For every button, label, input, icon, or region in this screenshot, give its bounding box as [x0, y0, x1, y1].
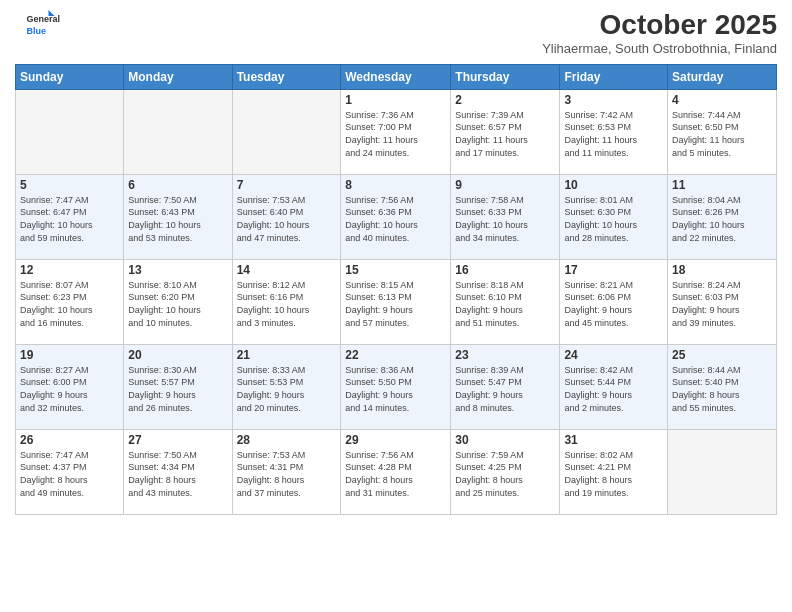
day-info: Sunrise: 7:59 AM Sunset: 4:25 PM Dayligh…	[455, 449, 555, 499]
location-subtitle: Ylihaermae, South Ostrobothnia, Finland	[542, 41, 777, 56]
calendar-day-header: Friday	[560, 64, 668, 89]
day-number: 25	[672, 348, 772, 362]
day-info: Sunrise: 8:07 AM Sunset: 6:23 PM Dayligh…	[20, 279, 119, 329]
calendar-day-cell: 1Sunrise: 7:36 AM Sunset: 7:00 PM Daylig…	[341, 89, 451, 174]
day-number: 17	[564, 263, 663, 277]
calendar-day-header: Tuesday	[232, 64, 341, 89]
day-info: Sunrise: 8:30 AM Sunset: 5:57 PM Dayligh…	[128, 364, 227, 414]
day-number: 13	[128, 263, 227, 277]
day-info: Sunrise: 8:04 AM Sunset: 6:26 PM Dayligh…	[672, 194, 772, 244]
day-info: Sunrise: 7:53 AM Sunset: 6:40 PM Dayligh…	[237, 194, 337, 244]
day-number: 15	[345, 263, 446, 277]
day-info: Sunrise: 8:01 AM Sunset: 6:30 PM Dayligh…	[564, 194, 663, 244]
calendar-day-header: Wednesday	[341, 64, 451, 89]
calendar-week-row: 5Sunrise: 7:47 AM Sunset: 6:47 PM Daylig…	[16, 174, 777, 259]
day-number: 29	[345, 433, 446, 447]
calendar-day-cell	[16, 89, 124, 174]
day-info: Sunrise: 8:18 AM Sunset: 6:10 PM Dayligh…	[455, 279, 555, 329]
calendar-day-cell: 17Sunrise: 8:21 AM Sunset: 6:06 PM Dayli…	[560, 259, 668, 344]
day-number: 5	[20, 178, 119, 192]
day-info: Sunrise: 8:42 AM Sunset: 5:44 PM Dayligh…	[564, 364, 663, 414]
calendar-day-cell: 14Sunrise: 8:12 AM Sunset: 6:16 PM Dayli…	[232, 259, 341, 344]
day-number: 16	[455, 263, 555, 277]
calendar-day-cell: 20Sunrise: 8:30 AM Sunset: 5:57 PM Dayli…	[124, 344, 232, 429]
calendar-week-row: 26Sunrise: 7:47 AM Sunset: 4:37 PM Dayli…	[16, 429, 777, 514]
day-info: Sunrise: 8:27 AM Sunset: 6:00 PM Dayligh…	[20, 364, 119, 414]
day-number: 21	[237, 348, 337, 362]
day-number: 12	[20, 263, 119, 277]
day-number: 11	[672, 178, 772, 192]
day-info: Sunrise: 8:15 AM Sunset: 6:13 PM Dayligh…	[345, 279, 446, 329]
day-info: Sunrise: 8:12 AM Sunset: 6:16 PM Dayligh…	[237, 279, 337, 329]
day-number: 9	[455, 178, 555, 192]
calendar-day-cell: 13Sunrise: 8:10 AM Sunset: 6:20 PM Dayli…	[124, 259, 232, 344]
calendar-day-cell: 8Sunrise: 7:56 AM Sunset: 6:36 PM Daylig…	[341, 174, 451, 259]
day-number: 1	[345, 93, 446, 107]
calendar-day-cell: 30Sunrise: 7:59 AM Sunset: 4:25 PM Dayli…	[451, 429, 560, 514]
day-number: 28	[237, 433, 337, 447]
title-section: October 2025 Ylihaermae, South Ostroboth…	[542, 10, 777, 56]
day-info: Sunrise: 7:39 AM Sunset: 6:57 PM Dayligh…	[455, 109, 555, 159]
svg-marker-2	[49, 10, 55, 16]
calendar-day-cell: 10Sunrise: 8:01 AM Sunset: 6:30 PM Dayli…	[560, 174, 668, 259]
calendar-day-cell: 11Sunrise: 8:04 AM Sunset: 6:26 PM Dayli…	[668, 174, 777, 259]
day-number: 6	[128, 178, 227, 192]
day-number: 19	[20, 348, 119, 362]
calendar-day-cell: 19Sunrise: 8:27 AM Sunset: 6:00 PM Dayli…	[16, 344, 124, 429]
calendar-day-cell	[124, 89, 232, 174]
calendar-day-cell: 26Sunrise: 7:47 AM Sunset: 4:37 PM Dayli…	[16, 429, 124, 514]
calendar-day-cell: 6Sunrise: 7:50 AM Sunset: 6:43 PM Daylig…	[124, 174, 232, 259]
calendar-day-cell: 3Sunrise: 7:42 AM Sunset: 6:53 PM Daylig…	[560, 89, 668, 174]
logo: GeneralBlue General Blue	[15, 10, 70, 38]
day-info: Sunrise: 7:44 AM Sunset: 6:50 PM Dayligh…	[672, 109, 772, 159]
calendar-day-cell: 7Sunrise: 7:53 AM Sunset: 6:40 PM Daylig…	[232, 174, 341, 259]
day-info: Sunrise: 7:56 AM Sunset: 4:28 PM Dayligh…	[345, 449, 446, 499]
calendar-day-cell: 18Sunrise: 8:24 AM Sunset: 6:03 PM Dayli…	[668, 259, 777, 344]
day-number: 2	[455, 93, 555, 107]
calendar-week-row: 19Sunrise: 8:27 AM Sunset: 6:00 PM Dayli…	[16, 344, 777, 429]
calendar-day-cell: 25Sunrise: 8:44 AM Sunset: 5:40 PM Dayli…	[668, 344, 777, 429]
day-info: Sunrise: 8:21 AM Sunset: 6:06 PM Dayligh…	[564, 279, 663, 329]
day-info: Sunrise: 8:39 AM Sunset: 5:47 PM Dayligh…	[455, 364, 555, 414]
day-info: Sunrise: 8:02 AM Sunset: 4:21 PM Dayligh…	[564, 449, 663, 499]
calendar-day-cell: 29Sunrise: 7:56 AM Sunset: 4:28 PM Dayli…	[341, 429, 451, 514]
page-container: GeneralBlue General Blue October 2025 Yl…	[0, 0, 792, 612]
day-number: 22	[345, 348, 446, 362]
calendar-week-row: 12Sunrise: 8:07 AM Sunset: 6:23 PM Dayli…	[16, 259, 777, 344]
calendar-day-cell	[668, 429, 777, 514]
month-title: October 2025	[542, 10, 777, 41]
day-info: Sunrise: 7:42 AM Sunset: 6:53 PM Dayligh…	[564, 109, 663, 159]
day-number: 3	[564, 93, 663, 107]
day-info: Sunrise: 8:24 AM Sunset: 6:03 PM Dayligh…	[672, 279, 772, 329]
calendar-day-cell	[232, 89, 341, 174]
day-info: Sunrise: 8:10 AM Sunset: 6:20 PM Dayligh…	[128, 279, 227, 329]
calendar-day-cell: 31Sunrise: 8:02 AM Sunset: 4:21 PM Dayli…	[560, 429, 668, 514]
day-number: 27	[128, 433, 227, 447]
day-info: Sunrise: 8:44 AM Sunset: 5:40 PM Dayligh…	[672, 364, 772, 414]
calendar-day-header: Thursday	[451, 64, 560, 89]
day-number: 30	[455, 433, 555, 447]
day-info: Sunrise: 8:33 AM Sunset: 5:53 PM Dayligh…	[237, 364, 337, 414]
calendar-day-cell: 15Sunrise: 8:15 AM Sunset: 6:13 PM Dayli…	[341, 259, 451, 344]
calendar-day-cell: 27Sunrise: 7:50 AM Sunset: 4:34 PM Dayli…	[124, 429, 232, 514]
day-info: Sunrise: 7:56 AM Sunset: 6:36 PM Dayligh…	[345, 194, 446, 244]
calendar-day-cell: 28Sunrise: 7:53 AM Sunset: 4:31 PM Dayli…	[232, 429, 341, 514]
day-info: Sunrise: 7:36 AM Sunset: 7:00 PM Dayligh…	[345, 109, 446, 159]
day-number: 18	[672, 263, 772, 277]
day-number: 7	[237, 178, 337, 192]
calendar-table: SundayMondayTuesdayWednesdayThursdayFrid…	[15, 64, 777, 515]
calendar-day-cell: 2Sunrise: 7:39 AM Sunset: 6:57 PM Daylig…	[451, 89, 560, 174]
day-number: 14	[237, 263, 337, 277]
calendar-day-header: Monday	[124, 64, 232, 89]
calendar-day-cell: 22Sunrise: 8:36 AM Sunset: 5:50 PM Dayli…	[341, 344, 451, 429]
day-number: 4	[672, 93, 772, 107]
logo-icon: GeneralBlue	[15, 10, 70, 38]
calendar-day-header: Sunday	[16, 64, 124, 89]
day-info: Sunrise: 7:50 AM Sunset: 4:34 PM Dayligh…	[128, 449, 227, 499]
calendar-day-cell: 4Sunrise: 7:44 AM Sunset: 6:50 PM Daylig…	[668, 89, 777, 174]
calendar-day-cell: 12Sunrise: 8:07 AM Sunset: 6:23 PM Dayli…	[16, 259, 124, 344]
calendar-day-cell: 21Sunrise: 8:33 AM Sunset: 5:53 PM Dayli…	[232, 344, 341, 429]
day-number: 31	[564, 433, 663, 447]
day-info: Sunrise: 7:53 AM Sunset: 4:31 PM Dayligh…	[237, 449, 337, 499]
calendar-day-header: Saturday	[668, 64, 777, 89]
